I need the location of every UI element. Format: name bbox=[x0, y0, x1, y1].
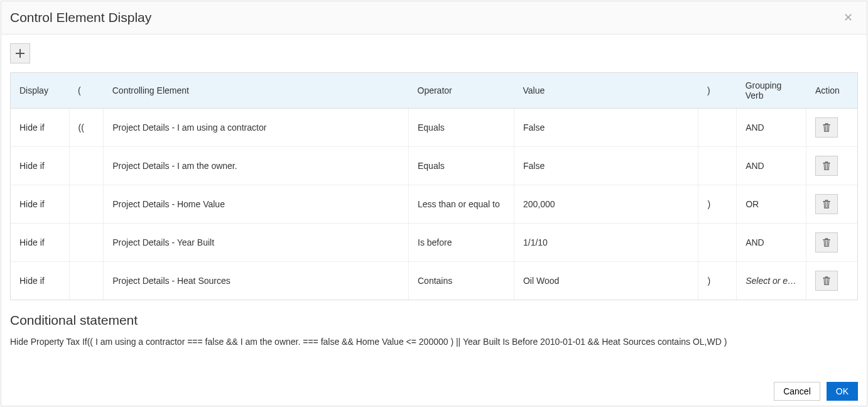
cell-grouping-verb[interactable]: AND bbox=[737, 147, 806, 185]
rules-table: Display ( Controlling Element Operator V… bbox=[11, 73, 857, 300]
cell-value[interactable]: Oil Wood bbox=[514, 262, 698, 300]
cell-value[interactable]: 1/1/10 bbox=[514, 224, 698, 262]
cell-paren-close[interactable]: ) bbox=[698, 262, 737, 300]
delete-row-button[interactable] bbox=[815, 156, 838, 176]
cell-grouping-verb[interactable]: Select or e… bbox=[737, 262, 806, 300]
cell-operator[interactable]: Equals bbox=[409, 147, 514, 185]
close-icon: ✕ bbox=[844, 11, 853, 24]
column-header-display[interactable]: Display bbox=[11, 73, 69, 109]
cell-controlling-element[interactable]: Project Details - I am using a contracto… bbox=[104, 109, 409, 147]
cell-paren-close[interactable]: ) bbox=[698, 185, 737, 224]
cell-paren-close[interactable] bbox=[698, 147, 737, 185]
cell-display[interactable]: Hide if bbox=[11, 147, 69, 185]
table-row[interactable]: Hide ifProject Details - Heat SourcesCon… bbox=[11, 262, 857, 300]
column-header-controlling-element[interactable]: Controlling Element bbox=[104, 73, 409, 109]
table-row[interactable]: Hide ifProject Details - Year BuiltIs be… bbox=[11, 224, 857, 262]
column-header-grouping-verb[interactable]: Grouping Verb bbox=[737, 73, 806, 109]
delete-row-button[interactable] bbox=[815, 232, 838, 252]
cell-operator[interactable]: Is before bbox=[409, 224, 514, 262]
dialog-header: Control Element Display ✕ bbox=[1, 1, 867, 35]
table-row[interactable]: Hide ifProject Details - Home ValueLess … bbox=[11, 185, 857, 224]
cell-display[interactable]: Hide if bbox=[11, 185, 69, 224]
ok-button[interactable]: OK bbox=[827, 382, 858, 401]
cell-operator[interactable]: Equals bbox=[409, 109, 514, 147]
cell-paren-open[interactable]: (( bbox=[69, 109, 104, 147]
conditional-statement-title: Conditional statement bbox=[10, 313, 858, 328]
conditional-statement-text: Hide Property Tax If(( I am using a cont… bbox=[10, 337, 858, 347]
plus-icon bbox=[16, 49, 24, 58]
trash-icon bbox=[822, 161, 831, 170]
cell-paren-close[interactable] bbox=[698, 109, 737, 147]
trash-icon bbox=[822, 276, 831, 285]
cell-paren-open[interactable] bbox=[69, 185, 104, 224]
column-header-action[interactable]: Action bbox=[806, 73, 857, 109]
cell-value[interactable]: 200,000 bbox=[514, 185, 698, 224]
cell-grouping-verb[interactable]: OR bbox=[737, 185, 806, 224]
add-rule-button[interactable] bbox=[10, 43, 30, 63]
table-header-row: Display ( Controlling Element Operator V… bbox=[11, 73, 857, 109]
cell-display[interactable]: Hide if bbox=[11, 224, 69, 262]
cell-action bbox=[806, 185, 857, 224]
cell-display[interactable]: Hide if bbox=[11, 109, 69, 147]
close-button[interactable]: ✕ bbox=[841, 11, 855, 24]
control-element-display-dialog: Control Element Display ✕ Display ( bbox=[1, 1, 867, 406]
cell-paren-open[interactable] bbox=[69, 262, 104, 300]
table-row[interactable]: Hide if((Project Details - I am using a … bbox=[11, 109, 857, 147]
trash-icon bbox=[822, 123, 831, 132]
table-row[interactable]: Hide ifProject Details - I am the owner.… bbox=[11, 147, 857, 185]
trash-icon bbox=[822, 238, 831, 247]
cell-grouping-verb[interactable]: AND bbox=[737, 224, 806, 262]
cell-controlling-element[interactable]: Project Details - I am the owner. bbox=[104, 147, 409, 185]
cell-grouping-verb[interactable]: AND bbox=[737, 109, 806, 147]
cell-paren-open[interactable] bbox=[69, 224, 104, 262]
dialog-title: Control Element Display bbox=[10, 10, 151, 25]
rules-table-container: Display ( Controlling Element Operator V… bbox=[10, 72, 858, 300]
dialog-footer: Cancel OK bbox=[10, 382, 858, 401]
cell-action bbox=[806, 147, 857, 185]
column-header-value[interactable]: Value bbox=[514, 73, 698, 109]
cell-action bbox=[806, 109, 857, 147]
dialog-body: Display ( Controlling Element Operator V… bbox=[1, 35, 867, 407]
column-header-paren-close[interactable]: ) bbox=[698, 73, 737, 109]
trash-icon bbox=[822, 200, 831, 209]
cell-paren-open[interactable] bbox=[69, 147, 104, 185]
cell-controlling-element[interactable]: Project Details - Year Built bbox=[104, 224, 409, 262]
cell-paren-close[interactable] bbox=[698, 224, 737, 262]
cell-display[interactable]: Hide if bbox=[11, 262, 69, 300]
column-header-operator[interactable]: Operator bbox=[409, 73, 514, 109]
delete-row-button[interactable] bbox=[815, 271, 838, 291]
cell-value[interactable]: False bbox=[514, 147, 698, 185]
cell-value[interactable]: False bbox=[514, 109, 698, 147]
cell-action bbox=[806, 262, 857, 300]
column-header-paren-open[interactable]: ( bbox=[69, 73, 104, 109]
cell-action bbox=[806, 224, 857, 262]
cell-controlling-element[interactable]: Project Details - Home Value bbox=[104, 185, 409, 224]
delete-row-button[interactable] bbox=[815, 117, 838, 138]
cell-operator[interactable]: Contains bbox=[409, 262, 514, 300]
cancel-button[interactable]: Cancel bbox=[774, 382, 820, 401]
cell-operator[interactable]: Less than or equal to bbox=[409, 185, 514, 224]
cell-controlling-element[interactable]: Project Details - Heat Sources bbox=[104, 262, 409, 300]
delete-row-button[interactable] bbox=[815, 194, 838, 214]
